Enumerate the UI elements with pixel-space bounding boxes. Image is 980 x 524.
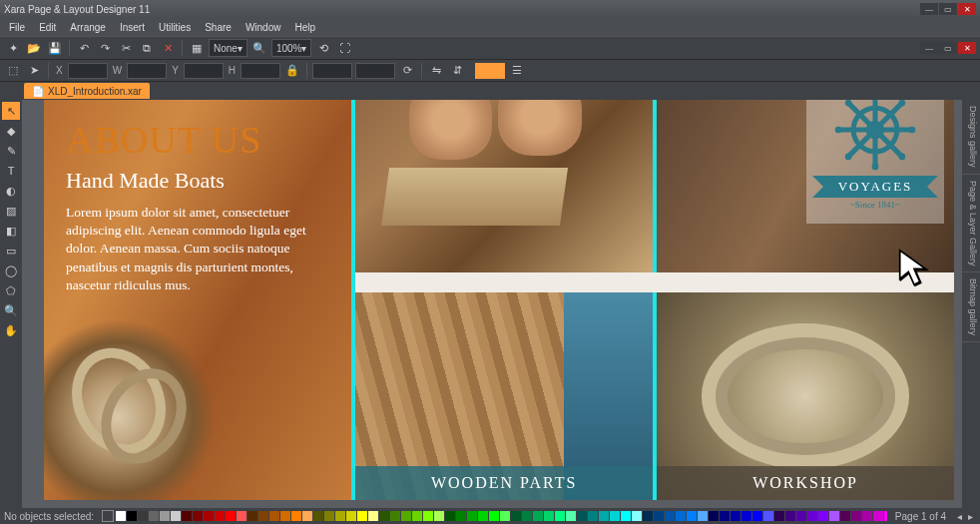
h-input[interactable]	[241, 63, 280, 79]
wooden-parts-caption[interactable]: WOODEN PARTS	[355, 466, 653, 500]
document-tab[interactable]: 📄 XLD_Introduction.xar	[24, 83, 150, 99]
workshop-image[interactable]: VOYAGES ~Since 1841~	[657, 100, 954, 272]
copy-button[interactable]: ⧉	[138, 39, 156, 57]
snap-button[interactable]: ▦	[188, 39, 206, 57]
push-tool[interactable]: ✋	[2, 321, 20, 339]
page-layer-gallery-tab[interactable]: Page & Layer Gallery	[962, 175, 980, 273]
color-swatch[interactable]	[368, 511, 378, 521]
color-swatch[interactable]	[709, 511, 719, 521]
menu-file[interactable]: File	[4, 21, 30, 34]
color-swatch[interactable]	[522, 511, 532, 521]
doc-close-button[interactable]: ✕	[958, 42, 976, 54]
color-swatch[interactable]	[401, 511, 411, 521]
fill-tool[interactable]: ◐	[2, 182, 20, 200]
color-swatch[interactable]	[489, 511, 499, 521]
window-minimize-button[interactable]: —	[920, 3, 938, 15]
window-maximize-button[interactable]: ▭	[939, 3, 957, 15]
rotate-icon[interactable]: ⟳	[398, 62, 416, 80]
color-swatch[interactable]	[280, 511, 290, 521]
color-swatch[interactable]	[665, 511, 675, 521]
color-swatch[interactable]	[862, 511, 872, 521]
color-swatch[interactable]	[302, 511, 312, 521]
page-nav-prev-icon[interactable]: ◂	[954, 511, 965, 522]
color-swatch[interactable]	[379, 511, 389, 521]
rectangle-tool[interactable]: ▭	[2, 242, 20, 260]
style-dropdown[interactable]: None ▾	[209, 39, 247, 57]
color-swatch[interactable]	[577, 511, 587, 521]
align-icon[interactable]: ☰	[508, 62, 526, 80]
about-column[interactable]: ABOUT US Hand Made Boats Lorem ipsum dol…	[44, 100, 351, 500]
shadow-tool[interactable]: ◧	[2, 222, 20, 240]
canvas-area[interactable]: ABOUT US Hand Made Boats Lorem ipsum dol…	[22, 100, 962, 508]
color-swatch[interactable]	[291, 511, 301, 521]
color-swatch[interactable]	[116, 511, 126, 521]
color-swatch[interactable]	[215, 511, 225, 521]
color-swatch[interactable]	[456, 511, 466, 521]
color-swatch[interactable]	[796, 511, 806, 521]
quickshape-tool[interactable]: ⬠	[2, 281, 20, 299]
color-swatch[interactable]	[193, 511, 203, 521]
doc-maximize-button[interactable]: ▭	[939, 42, 957, 54]
color-swatch[interactable]	[160, 511, 170, 521]
woodworking-image[interactable]	[355, 100, 653, 272]
color-swatch[interactable]	[346, 511, 356, 521]
color-swatch[interactable]	[324, 511, 334, 521]
color-swatch[interactable]	[731, 511, 740, 521]
color-swatch[interactable]	[357, 511, 367, 521]
menu-help[interactable]: Help	[289, 21, 320, 34]
color-swatch[interactable]	[226, 511, 236, 521]
pen-tool[interactable]: ✎	[2, 142, 20, 160]
undo-button[interactable]: ↶	[75, 39, 93, 57]
text-tool[interactable]: T	[2, 162, 20, 180]
color-swatch[interactable]	[752, 511, 762, 521]
flip-v-icon[interactable]: ⇵	[448, 62, 466, 80]
color-swatch[interactable]	[621, 511, 631, 521]
color-swatch[interactable]	[533, 511, 543, 521]
menu-edit[interactable]: Edit	[34, 21, 61, 34]
color-swatch[interactable]	[851, 511, 861, 521]
color-swatch[interactable]	[204, 511, 214, 521]
designs-gallery-tab[interactable]: Designs gallery	[962, 100, 980, 175]
color-swatch[interactable]	[555, 511, 565, 521]
selector-tool[interactable]: ↖	[2, 102, 20, 120]
color-swatch[interactable]	[423, 511, 433, 521]
open-button[interactable]: 📂	[25, 39, 43, 57]
scale-w-input[interactable]	[312, 63, 352, 79]
color-swatch[interactable]	[741, 511, 751, 521]
color-swatch[interactable]	[149, 511, 159, 521]
ellipse-tool[interactable]: ◯	[2, 262, 20, 279]
scale-h-input[interactable]	[355, 63, 395, 79]
color-swatch[interactable]	[390, 511, 400, 521]
color-swatch[interactable]	[829, 511, 839, 521]
color-swatch[interactable]	[434, 511, 444, 521]
save-button[interactable]: 💾	[46, 39, 64, 57]
menu-utilities[interactable]: Utilities	[154, 21, 196, 34]
color-swatch[interactable]	[676, 511, 686, 521]
zoom-tool[interactable]: 🔍	[2, 301, 20, 319]
color-swatch[interactable]	[698, 511, 708, 521]
color-swatch[interactable]	[774, 511, 784, 521]
color-swatch[interactable]	[412, 511, 422, 521]
x-input[interactable]	[68, 63, 108, 79]
color-swatch[interactable]	[566, 511, 576, 521]
y-input[interactable]	[184, 63, 224, 79]
fill-swatch[interactable]	[475, 63, 505, 79]
color-swatch[interactable]	[643, 511, 653, 521]
nofill-swatch[interactable]	[102, 510, 114, 522]
color-swatch[interactable]	[720, 511, 730, 521]
color-swatch[interactable]	[258, 511, 268, 521]
color-swatch[interactable]	[599, 511, 609, 521]
color-swatch[interactable]	[807, 511, 817, 521]
color-swatch[interactable]	[237, 511, 246, 521]
menu-arrange[interactable]: Arrange	[65, 21, 111, 34]
color-swatch[interactable]	[467, 511, 477, 521]
delete-button[interactable]: ✕	[159, 39, 177, 57]
color-swatch[interactable]	[511, 511, 521, 521]
color-swatch[interactable]	[785, 511, 795, 521]
color-swatch[interactable]	[445, 511, 455, 521]
transparency-tool[interactable]: ▨	[2, 202, 20, 220]
color-swatch[interactable]	[313, 511, 323, 521]
menu-share[interactable]: Share	[200, 21, 237, 34]
zoom-tool-button[interactable]: 🔍	[250, 39, 268, 57]
zoom-fit-button[interactable]: ⛶	[335, 39, 353, 57]
